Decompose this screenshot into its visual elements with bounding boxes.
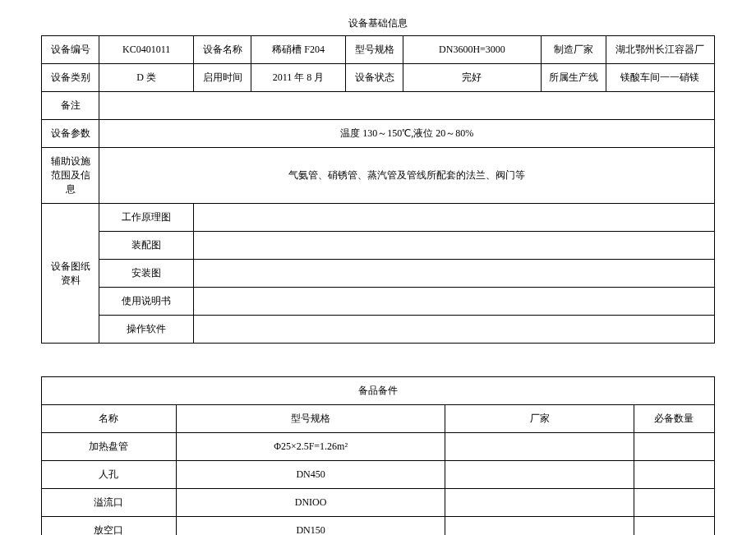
start-time-value: 2011 年 8 月: [251, 64, 345, 92]
equip-name-label: 设备名称: [193, 36, 251, 64]
part-spec: Φ25×2.5F=1.26m²: [176, 433, 445, 461]
drawing-value: [193, 232, 714, 260]
part-qty: [634, 461, 714, 489]
table-row: 安装图: [42, 260, 715, 288]
line-label: 所属生产线: [541, 64, 606, 92]
part-mfr: [445, 489, 634, 517]
part-name: 放空口: [42, 517, 177, 536]
drawing-value: [193, 316, 714, 344]
drawing-item: 装配图: [99, 232, 193, 260]
mfr-value: 湖北鄂州长江容器厂: [606, 36, 714, 64]
drawing-item: 安装图: [99, 260, 193, 288]
part-name: 人孔: [42, 461, 177, 489]
aux-value: 气氨管、硝锈管、蒸汽管及管线所配套的法兰、阀门等: [99, 148, 715, 204]
drawing-value: [193, 204, 714, 232]
part-name: 溢流口: [42, 489, 177, 517]
start-time-label: 启用时间: [193, 64, 251, 92]
drawings-group-label: 设备图纸资料: [42, 204, 99, 344]
table-row: 设备参数 温度 130～150℃,液位 20～80%: [42, 120, 715, 148]
mfr-label: 制造厂家: [541, 36, 606, 64]
drawing-value: [193, 288, 714, 316]
part-qty: [634, 489, 714, 517]
header-mfr: 厂家: [445, 405, 634, 433]
equip-name-value: 稀硝槽 F204: [251, 36, 345, 64]
table1-title: 设备基础信息: [41, 16, 715, 30]
model-spec-label: 型号规格: [345, 36, 403, 64]
remark-value: [99, 92, 715, 120]
part-mfr: [445, 517, 634, 536]
table-row: 装配图: [42, 232, 715, 260]
line-value: 镁酸车间一一硝镁: [606, 64, 714, 92]
table2-title: 备品备件: [42, 377, 715, 405]
aux-label: 辅助设施范围及信息: [42, 148, 99, 204]
header-qty: 必备数量: [634, 405, 714, 433]
equip-no-label: 设备编号: [42, 36, 99, 64]
part-mfr: [445, 433, 634, 461]
table-row: 操作软件: [42, 316, 715, 344]
equipment-basic-info-table: 设备编号 KC0401011 设备名称 稀硝槽 F204 型号规格 DN3600…: [41, 35, 715, 344]
part-qty: [634, 517, 714, 536]
header-spec: 型号规格: [176, 405, 445, 433]
equip-status-value: 完好: [403, 64, 541, 92]
table-row: 备品备件: [42, 377, 715, 405]
part-qty: [634, 433, 714, 461]
table-row: 使用说明书: [42, 288, 715, 316]
table-row: 加热盘管 Φ25×2.5F=1.26m²: [42, 433, 715, 461]
remark-label: 备注: [42, 92, 99, 120]
header-name: 名称: [42, 405, 177, 433]
equip-cat-label: 设备类别: [42, 64, 99, 92]
drawing-item: 工作原理图: [99, 204, 193, 232]
table-row: 设备图纸资料 工作原理图: [42, 204, 715, 232]
drawing-value: [193, 260, 714, 288]
part-spec: DN450: [176, 461, 445, 489]
table-row: 溢流口 DNIOO: [42, 489, 715, 517]
equip-cat-value: D 类: [99, 64, 193, 92]
drawing-item: 操作软件: [99, 316, 193, 344]
part-spec: DNIOO: [176, 489, 445, 517]
part-name: 加热盘管: [42, 433, 177, 461]
table-row: 辅助设施范围及信息 气氨管、硝锈管、蒸汽管及管线所配套的法兰、阀门等: [42, 148, 715, 204]
equip-status-label: 设备状态: [345, 64, 403, 92]
table-row: 放空口 DN150: [42, 517, 715, 536]
part-spec: DN150: [176, 517, 445, 536]
table-row: 设备编号 KC0401011 设备名称 稀硝槽 F204 型号规格 DN3600…: [42, 36, 715, 64]
table-row: 名称 型号规格 厂家 必备数量: [42, 405, 715, 433]
param-label: 设备参数: [42, 120, 99, 148]
part-mfr: [445, 461, 634, 489]
param-value: 温度 130～150℃,液位 20～80%: [99, 120, 715, 148]
spare-parts-table: 备品备件 名称 型号规格 厂家 必备数量 加热盘管 Φ25×2.5F=1.26m…: [41, 376, 715, 535]
table-row: 备注: [42, 92, 715, 120]
drawing-item: 使用说明书: [99, 288, 193, 316]
equip-no-value: KC0401011: [99, 36, 193, 64]
model-spec-value: DN3600H=3000: [403, 36, 541, 64]
table-row: 人孔 DN450: [42, 461, 715, 489]
table-row: 设备类别 D 类 启用时间 2011 年 8 月 设备状态 完好 所属生产线 镁…: [42, 64, 715, 92]
